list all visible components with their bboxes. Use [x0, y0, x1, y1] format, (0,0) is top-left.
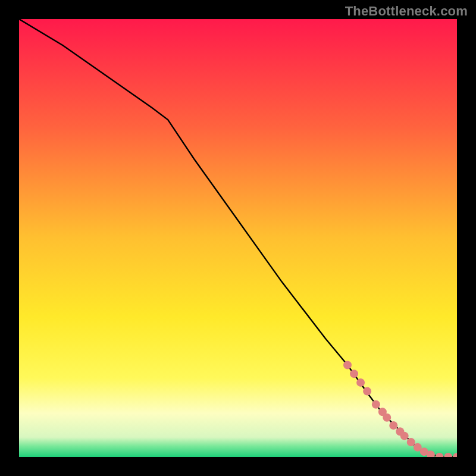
chart-stage: TheBottleneck.com: [0, 0, 476, 476]
watermark-label: TheBottleneck.com: [345, 4, 468, 19]
chart-marker: [372, 400, 380, 409]
chart-marker: [363, 387, 371, 396]
chart-marker: [343, 361, 352, 369]
chart-marker: [383, 414, 391, 422]
chart-marker: [400, 432, 409, 440]
chart-plot-area: [19, 19, 457, 457]
chart-marker: [389, 421, 397, 430]
chart-background: [19, 19, 457, 457]
chart-svg: [19, 19, 457, 457]
chart-marker: [350, 369, 358, 378]
chart-marker: [407, 438, 415, 446]
chart-marker: [356, 378, 365, 387]
